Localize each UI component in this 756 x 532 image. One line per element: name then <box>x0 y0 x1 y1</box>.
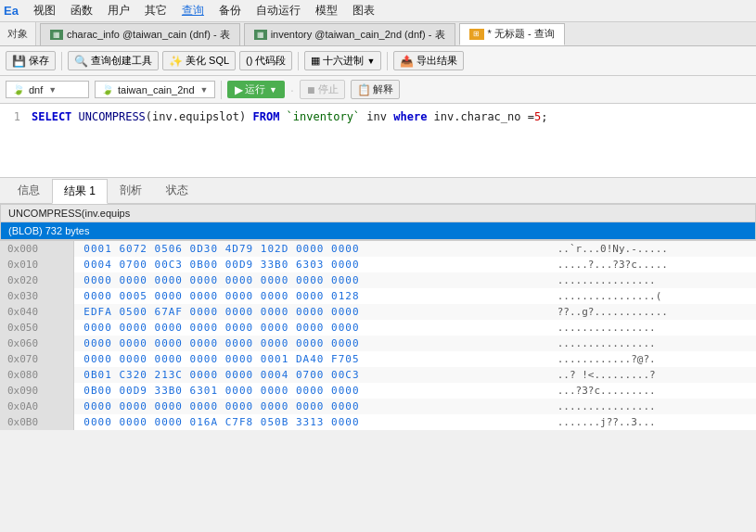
hex-bytes: 0000 0000 0000 0000 0000 0000 0000 0000 <box>74 320 548 336</box>
hex-ascii: ................ <box>548 336 756 351</box>
hex-table: 0x000 0001 6072 0506 0D30 4D79 102D 0000… <box>0 241 756 430</box>
save-label: 保存 <box>29 54 49 68</box>
menu-item-view[interactable]: 视图 <box>26 1 63 20</box>
table-row[interactable]: (BLOB) 732 bytes <box>1 222 756 240</box>
export-button[interactable]: 📤 导出结果 <box>393 51 464 70</box>
tab-status[interactable]: 状态 <box>154 178 200 203</box>
stop-button[interactable]: ⏹ 停止 <box>300 80 345 99</box>
export-label: 导出结果 <box>416 54 457 68</box>
hex-row: 0x010 0004 0700 00C3 0B00 00D9 33B0 6303… <box>0 257 756 272</box>
hex-addr: 0x080 <box>0 367 74 383</box>
object-label: 对象 <box>0 22 36 45</box>
explain-icon: 📋 <box>357 83 371 96</box>
hex-view: 0x000 0001 6072 0506 0D30 4D79 102D 0000… <box>0 241 756 430</box>
menu-item-users[interactable]: 用户 <box>100 1 137 20</box>
query-builder-button[interactable]: 🔍 查询创建工具 <box>68 51 159 70</box>
code-snippet-button[interactable]: () 代码段 <box>239 51 292 70</box>
hex-row: 0x050 0000 0000 0000 0000 0000 0000 0000… <box>0 320 756 336</box>
menu-item-auto[interactable]: 自动运行 <box>249 1 308 20</box>
db1-selector[interactable]: 🍃 dnf ▼ <box>6 81 89 98</box>
db2-value: taiwan_cain_2nd <box>118 84 195 95</box>
selector-row: 🍃 dnf ▼ 🍃 taiwan_cain_2nd ▼ ▶ 运行 ▼ · ⏹ 停… <box>0 76 756 104</box>
run-separator: · <box>290 82 294 97</box>
hex-dropdown-icon: ▼ <box>366 57 375 66</box>
keyword-where: where <box>393 110 427 123</box>
hex-bytes: 0000 0000 0000 0000 0000 0000 0000 0000 <box>74 272 548 288</box>
tab-info[interactable]: 信息 <box>6 178 52 203</box>
hex-addr: 0x010 <box>0 257 74 272</box>
menu-item-functions[interactable]: 函数 <box>63 1 100 20</box>
hex-row: 0x000 0001 6072 0506 0D30 4D79 102D 0000… <box>0 241 756 257</box>
hex-ascii: ..`r...0!Ny.-..... <box>548 241 756 257</box>
hex-row: 0x040 EDFA 0500 67AF 0000 0000 0000 0000… <box>0 304 756 320</box>
hex-ascii: ??..g?............ <box>548 304 756 320</box>
tab-result1[interactable]: 结果 1 <box>52 179 108 204</box>
code-inv-alias: inv <box>366 110 393 123</box>
db1-value: dnf <box>29 84 43 95</box>
code-editor[interactable]: 1 SELECT UNCOMPRESS(inv.equipslot) FROM … <box>0 104 756 178</box>
hex-bytes: 0004 0700 00C3 0B00 00D9 33B0 6303 0000 <box>74 257 548 272</box>
stop-label: 停止 <box>318 82 339 96</box>
db2-icon: 🍃 <box>101 83 114 95</box>
query-builder-icon: 🔍 <box>74 55 88 68</box>
hex-row: 0x020 0000 0000 0000 0000 0000 0000 0000… <box>0 272 756 288</box>
query-icon: ⊞ <box>469 29 484 40</box>
hex-row: 0x060 0000 0000 0000 0000 0000 0000 0000… <box>0 336 756 351</box>
db2-arrow: ▼ <box>200 85 209 95</box>
tab-charac[interactable]: ▦ charac_info @taiwan_cain (dnf) - 表 <box>40 23 240 45</box>
db1-icon: 🍃 <box>12 83 25 95</box>
hex-bytes: 0000 0000 0000 016A C7F8 050B 3313 0000 <box>74 414 548 430</box>
hex-row: 0x0A0 0000 0000 0000 0000 0000 0000 0000… <box>0 399 756 414</box>
menu-item-query[interactable]: 查询 <box>174 1 211 20</box>
hex-addr: 0x050 <box>0 320 74 336</box>
result-tabs: 信息 结果 1 剖析 状态 <box>0 178 756 204</box>
table-inventory: `inventory` <box>287 110 360 123</box>
beautify-button[interactable]: ✨ 美化 SQL <box>162 51 236 70</box>
hex-bytes: EDFA 0500 67AF 0000 0000 0000 0000 0000 <box>74 304 548 320</box>
hex-bytes: 0000 0000 0000 0000 0000 0001 DA40 F705 <box>74 351 548 367</box>
menu-item-chart[interactable]: 图表 <box>345 1 382 20</box>
toolbar: 💾 保存 🔍 查询创建工具 ✨ 美化 SQL () 代码段 ▦ 十六进制 ▼ 📤… <box>0 46 756 76</box>
hex-ascii: ................( <box>548 288 756 304</box>
hex-addr: 0x0B0 <box>0 414 74 430</box>
hex-ascii: ...?3?c......... <box>548 383 756 399</box>
explain-button[interactable]: 📋 解释 <box>351 80 400 99</box>
hex-ascii: .....?...?3?c..... <box>548 257 756 272</box>
fn-uncompress: UNCOMPRESS <box>79 110 146 123</box>
hex-bytes: 0B00 00D9 33B0 6301 0000 0000 0000 0000 <box>74 383 548 399</box>
hex-button[interactable]: ▦ 十六进制 ▼ <box>304 51 381 70</box>
explain-label: 解释 <box>373 82 393 96</box>
hex-row: 0x030 0000 0005 0000 0000 0000 0000 0000… <box>0 288 756 304</box>
menu-item-other[interactable]: 其它 <box>137 1 174 20</box>
run-arrow: ▼ <box>269 85 277 95</box>
export-icon: 📤 <box>400 55 414 68</box>
tab-profile[interactable]: 剖析 <box>108 178 154 203</box>
run-button[interactable]: ▶ 运行 ▼ <box>227 81 285 98</box>
hex-row: 0x080 0B01 C320 213C 0000 0000 0004 0700… <box>0 367 756 383</box>
table-icon-1: ▦ <box>50 30 63 40</box>
hex-ascii: ................ <box>548 399 756 414</box>
code-paren-open: ( <box>146 110 152 123</box>
code-space4: inv.charac_no = <box>434 110 534 123</box>
tab-label-inventory: inventory @taiwan_cain_2nd (dnf) - 表 <box>271 28 445 42</box>
code-content[interactable]: SELECT UNCOMPRESS(inv.equipslot) FROM `i… <box>28 109 756 171</box>
keyword-from: FROM <box>252 110 279 123</box>
hex-ascii: ............?@?. <box>548 351 756 367</box>
hex-addr: 0x020 <box>0 272 74 288</box>
hex-bytes: 0000 0005 0000 0000 0000 0000 0000 0128 <box>74 288 548 304</box>
hex-addr: 0x040 <box>0 304 74 320</box>
result-blob-cell: (BLOB) 732 bytes <box>1 222 756 240</box>
tab-inventory[interactable]: ▦ inventory @taiwan_cain_2nd (dnf) - 表 <box>244 23 455 45</box>
hex-bytes: 0001 6072 0506 0D30 4D79 102D 0000 0000 <box>74 241 548 257</box>
tab-query[interactable]: ⊞ * 无标题 - 查询 <box>459 23 565 45</box>
hex-row: 0x0B0 0000 0000 0000 016A C7F8 050B 3313… <box>0 414 756 430</box>
save-button[interactable]: 💾 保存 <box>6 51 56 70</box>
db2-selector[interactable]: 🍃 taiwan_cain_2nd ▼ <box>95 81 215 98</box>
menu-item-model[interactable]: 模型 <box>308 1 345 20</box>
hex-ascii: ................ <box>548 320 756 336</box>
menu-item-backup[interactable]: 备份 <box>211 1 249 20</box>
beautify-icon: ✨ <box>169 55 183 68</box>
keyword-select: SELECT <box>32 110 71 123</box>
hex-addr: 0x090 <box>0 383 74 399</box>
beautify-label: 美化 SQL <box>186 54 229 68</box>
